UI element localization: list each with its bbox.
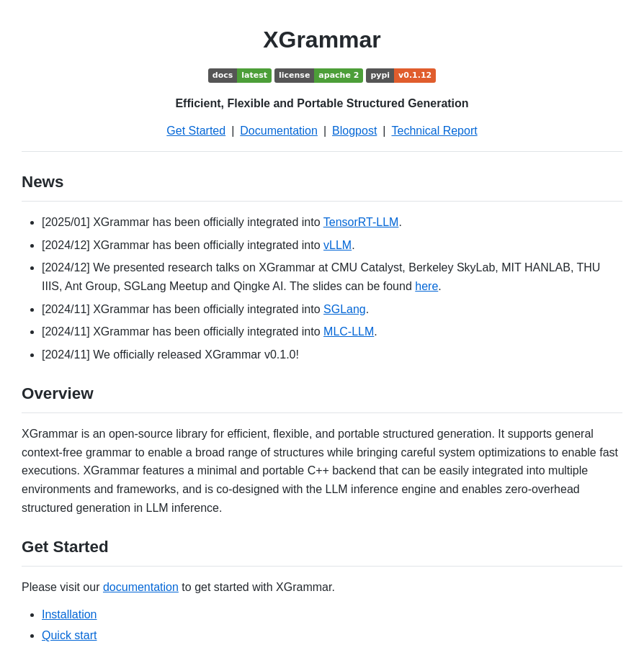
subtitle: Efficient, Flexible and Portable Structu… [22, 94, 622, 113]
install-list: Installation Quick start [22, 605, 622, 645]
news-item-5-text-before: [2024/11] XGrammar has been officially i… [42, 325, 323, 338]
overview-section: Overview XGrammar is an open-source libr… [22, 381, 622, 517]
sglang-link[interactable]: SGLang [323, 303, 366, 315]
get-started-section: Get Started Please visit our documentati… [22, 534, 622, 645]
separator-3: | [383, 122, 385, 140]
get-started-intro-before: Please visit our [22, 581, 103, 593]
news-item-2-text-before: [2024/12] XGrammar has been officially i… [42, 239, 323, 251]
get-started-intro: Please visit our documentation to get st… [22, 578, 622, 597]
list-item: [2024/11] We officially released XGramma… [42, 346, 622, 364]
docs-badge-left: docs [208, 68, 238, 83]
docs-badge[interactable]: docs latest [208, 68, 272, 83]
news-list: [2025/01] XGrammar has been officially i… [22, 213, 622, 364]
installation-link[interactable]: Installation [42, 608, 97, 621]
header-section: XGrammar docs latest license apache 2 py… [22, 22, 622, 152]
mlc-llm-link[interactable]: MLC-LLM [323, 325, 374, 338]
news-item-1-text-before: [2025/01] XGrammar has been officially i… [42, 216, 323, 228]
license-badge-left: license [274, 68, 314, 83]
news-item-2-text-after: . [352, 239, 354, 251]
slides-here-link[interactable]: here [415, 280, 438, 292]
news-item-4-text-before: [2024/11] XGrammar has been officially i… [42, 303, 323, 315]
pypi-badge-right: v0.1.12 [394, 68, 436, 83]
news-item-5-text-after: . [374, 325, 377, 338]
quick-start-link[interactable]: Quick start [42, 629, 97, 641]
news-item-6-text: [2024/11] We officially released XGramma… [42, 348, 299, 361]
separator-1: | [231, 122, 234, 140]
overview-title: Overview [22, 381, 622, 413]
news-title: News [22, 169, 622, 202]
get-started-link[interactable]: Get Started [166, 122, 225, 140]
license-badge[interactable]: license apache 2 [274, 68, 363, 83]
pypi-badge-left: pypi [366, 68, 394, 83]
pypi-badge[interactable]: pypi v0.1.12 [366, 68, 436, 83]
list-item: [2024/12] XGrammar has been officially i… [42, 236, 622, 255]
docs-badge-right: latest [237, 68, 272, 83]
page-title: XGrammar [22, 22, 622, 58]
documentation-link[interactable]: Documentation [240, 122, 318, 140]
list-item: [2024/11] XGrammar has been officially i… [42, 322, 622, 341]
list-item: Installation [42, 605, 622, 624]
technical-report-link[interactable]: Technical Report [392, 122, 478, 140]
documentation-inline-link[interactable]: documentation [103, 581, 179, 593]
page-container: XGrammar docs latest license apache 2 py… [0, 0, 644, 645]
news-item-1-text-after: . [398, 216, 401, 228]
list-item: [2025/01] XGrammar has been officially i… [42, 213, 622, 232]
news-item-3-text-after: . [438, 280, 441, 292]
nav-links: Get Started | Documentation | Blogpost |… [22, 122, 622, 140]
license-badge-right: apache 2 [314, 68, 363, 83]
news-section: News [2025/01] XGrammar has been officia… [22, 169, 622, 364]
overview-text: XGrammar is an open-source library for e… [22, 425, 622, 517]
get-started-title: Get Started [22, 534, 622, 567]
list-item: [2024/12] We presented research talks on… [42, 258, 622, 295]
get-started-intro-after: to get started with XGrammar. [179, 581, 335, 593]
badges-row: docs latest license apache 2 pypi v0.1.1… [22, 68, 622, 83]
list-item: Quick start [42, 626, 622, 645]
separator-2: | [323, 122, 326, 140]
list-item: [2024/11] XGrammar has been officially i… [42, 300, 622, 319]
tensorrt-llm-link[interactable]: TensorRT-LLM [323, 216, 399, 228]
vllm-link[interactable]: vLLM [323, 239, 352, 251]
news-item-4-text-after: . [366, 303, 369, 315]
news-item-3-text-before: [2024/12] We presented research talks on… [42, 261, 600, 292]
blogpost-link[interactable]: Blogpost [332, 122, 377, 140]
